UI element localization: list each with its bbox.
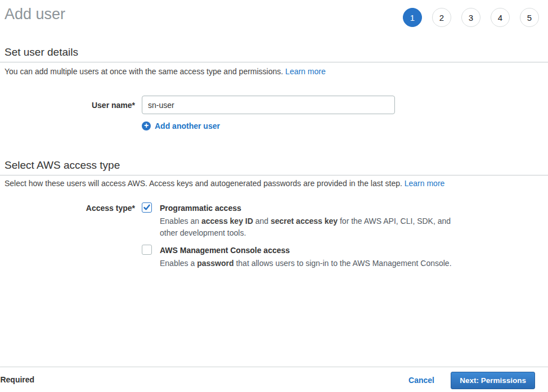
learn-more-link-access-type[interactable]: Learn more xyxy=(405,179,445,188)
programmatic-access-description: Enables an access key ID and secret acce… xyxy=(160,215,455,239)
section-divider xyxy=(0,175,548,175)
select-access-type-heading: Select AWS access type xyxy=(5,159,120,172)
user-name-input[interactable] xyxy=(142,96,395,114)
plus-circle-icon: + xyxy=(142,121,151,130)
wizard-step-5[interactable]: 5 xyxy=(520,8,539,27)
section-divider xyxy=(0,62,548,62)
console-access-checkbox[interactable] xyxy=(142,245,152,255)
add-another-user-button[interactable]: + Add another user xyxy=(142,121,220,130)
learn-more-link-user-details[interactable]: Learn more xyxy=(285,67,326,76)
add-another-user-label: Add another user xyxy=(155,121,220,130)
console-access-description: Enables a password that allows users to … xyxy=(160,258,455,269)
wizard-step-4[interactable]: 4 xyxy=(491,8,510,27)
set-user-details-heading: Set user details xyxy=(5,46,78,58)
access-type-description-text: Select how these users will access AWS. … xyxy=(5,179,405,188)
console-access-title[interactable]: AWS Management Console access xyxy=(160,246,290,255)
user-details-description-text: You can add multiple users at once with … xyxy=(5,67,285,76)
desc-bold: secret access key xyxy=(271,217,338,226)
desc-bold: access key ID xyxy=(201,217,253,226)
access-type-label: Access type* xyxy=(0,204,135,213)
wizard-step-1[interactable]: 1 xyxy=(403,8,422,27)
required-note: *Required xyxy=(0,375,34,384)
desc-text: that allows users to sign-in to the AWS … xyxy=(234,259,452,268)
wizard-step-2[interactable]: 2 xyxy=(432,8,451,27)
add-user-page: Add user 1 2 3 4 5 Set user details You … xyxy=(0,0,548,392)
desc-text: Enables a xyxy=(160,259,197,268)
cancel-button[interactable]: Cancel xyxy=(408,376,434,385)
user-details-description: You can add multiple users at once with … xyxy=(5,67,326,76)
footer-divider xyxy=(0,367,548,367)
wizard-step-3[interactable]: 3 xyxy=(461,8,480,27)
required-label: Required xyxy=(0,375,34,384)
desc-text: Enables an xyxy=(160,217,201,226)
desc-bold: password xyxy=(197,259,233,268)
programmatic-access-title[interactable]: Programmatic access xyxy=(160,204,241,213)
user-name-label: User name* xyxy=(0,101,135,110)
access-type-description: Select how these users will access AWS. … xyxy=(5,179,444,188)
desc-text: and xyxy=(253,217,271,226)
programmatic-access-checkbox[interactable] xyxy=(142,202,152,213)
wizard-step-indicator: 1 2 3 4 5 xyxy=(403,8,539,27)
page-title: Add user xyxy=(5,6,65,23)
next-permissions-button[interactable]: Next: Permissions xyxy=(451,372,535,389)
check-icon xyxy=(143,204,151,211)
